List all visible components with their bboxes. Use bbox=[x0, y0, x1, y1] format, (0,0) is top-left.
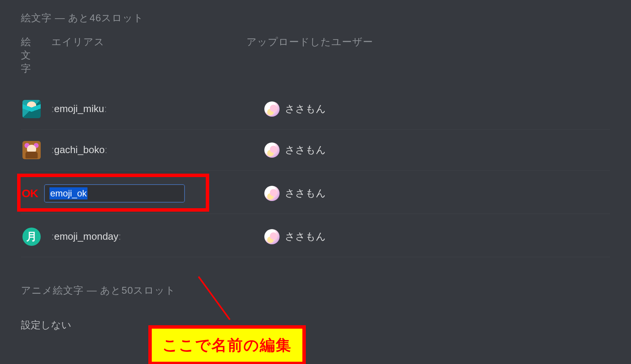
emoji-row-editing[interactable]: OK emoji_ok ささもん bbox=[21, 171, 610, 216]
uploader-name: ささもん bbox=[285, 187, 326, 200]
uploader-name: ささもん bbox=[285, 102, 326, 116]
emoji-section-title: 絵文字 — あと46スロット bbox=[21, 11, 610, 25]
emoji-image-miku bbox=[22, 100, 41, 118]
colon-icon: : bbox=[105, 144, 107, 156]
colon-icon: : bbox=[51, 231, 54, 242]
alias-text: emoji_miku bbox=[54, 103, 104, 115]
alias-edit-input[interactable]: emoji_ok bbox=[45, 185, 184, 202]
animated-emoji-section-title: アニメ絵文字 — あと50スロット bbox=[21, 284, 610, 297]
annotation-pointer-line bbox=[198, 276, 230, 320]
uploader-cell: ささもん bbox=[264, 186, 326, 201]
emoji-row[interactable]: : emoji_miku : ささもん bbox=[21, 89, 610, 130]
emoji-row[interactable]: : gachi_boko : ささもん bbox=[21, 130, 610, 171]
emoji-list: : emoji_miku : ささもん : gachi_boko : ささもん bbox=[21, 89, 610, 257]
uploader-cell: ささもん bbox=[264, 101, 326, 117]
emoji-table-header: 絵文字 エイリアス アップロードしたユーザー bbox=[21, 35, 610, 75]
uploader-cell: ささもん bbox=[264, 229, 326, 244]
emoji-image-monday: 月 bbox=[22, 228, 41, 246]
uploader-name: ささもん bbox=[285, 143, 326, 157]
emoji-alias[interactable]: : emoji_monday : bbox=[41, 231, 264, 242]
emoji-image-gachi bbox=[22, 141, 41, 159]
header-emoji: 絵文字 bbox=[21, 35, 33, 75]
annotation-callout: ここで名前の編集 bbox=[148, 325, 306, 364]
uploader-cell: ささもん bbox=[264, 142, 326, 158]
uploader-name: ささもん bbox=[285, 230, 326, 243]
avatar-icon bbox=[264, 101, 280, 117]
emoji-image-ok: OK bbox=[22, 187, 45, 200]
avatar-icon bbox=[264, 142, 280, 158]
animated-emoji-empty: 設定しない bbox=[21, 318, 610, 332]
colon-icon: : bbox=[51, 103, 54, 115]
avatar-icon bbox=[264, 229, 280, 244]
colon-icon: : bbox=[104, 103, 107, 115]
alias-input-value: emoji_ok bbox=[49, 187, 87, 199]
colon-icon: : bbox=[51, 144, 54, 156]
emoji-row[interactable]: 月 : emoji_monday : ささもん bbox=[21, 216, 610, 257]
header-alias: エイリアス bbox=[33, 35, 246, 75]
alias-text: gachi_boko bbox=[54, 144, 105, 156]
header-uploader: アップロードしたユーザー bbox=[246, 35, 610, 75]
emoji-alias[interactable]: : gachi_boko : bbox=[41, 144, 264, 156]
alias-text: emoji_monday bbox=[54, 231, 118, 242]
colon-icon: : bbox=[118, 231, 121, 242]
emoji-alias[interactable]: : emoji_miku : bbox=[41, 103, 264, 115]
avatar-icon bbox=[264, 186, 280, 201]
